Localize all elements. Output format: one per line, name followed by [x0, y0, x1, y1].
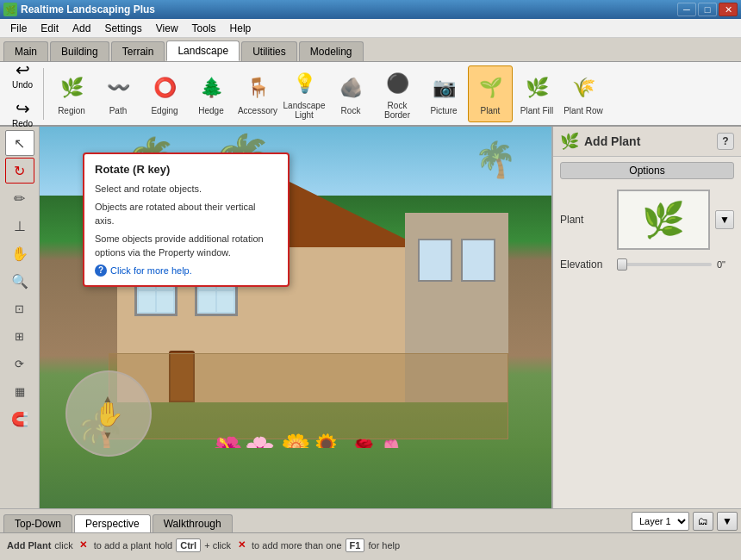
- tool-plant-row[interactable]: 🌾 Plant Row: [561, 65, 606, 122]
- tab-perspective[interactable]: Perspective: [74, 514, 151, 532]
- help-circle-icon: ?: [95, 264, 107, 277]
- status-text3: hold: [154, 540, 172, 551]
- undo-button[interactable]: ↩ Undo: [8, 55, 37, 94]
- menu-settings[interactable]: Settings: [97, 21, 148, 36]
- tooltip-help-link[interactable]: ? Click for more help.: [95, 264, 277, 277]
- undo-label: Undo: [12, 80, 33, 90]
- plant-property-label: Plant: [560, 214, 612, 226]
- plant-preview: 🌿: [617, 190, 710, 250]
- help-button[interactable]: ?: [717, 133, 734, 150]
- titlebar: 🌿 Realtime Landscaping Plus ─ □ ✕: [0, 0, 741, 19]
- toolbar: ↩ Undo ↪ Redo 🌿 Region 〰️ Path ⭕ Edging …: [0, 62, 741, 127]
- layer-dropdown[interactable]: Layer 1 Layer 2 Layer 3: [632, 512, 689, 531]
- tool-picture[interactable]: 📷 Picture: [421, 65, 466, 122]
- layer-select-group: Layer 1 Layer 2 Layer 3 🗂 ▼: [632, 512, 738, 532]
- tab-landscape[interactable]: Landscape: [166, 40, 240, 61]
- ground: [40, 448, 551, 508]
- plant-label: Plant: [481, 106, 501, 115]
- tool-landscape-light[interactable]: 💡 Landscape Light: [282, 65, 327, 122]
- landscape-light-icon: 💡: [288, 68, 321, 99]
- menu-file[interactable]: File: [3, 21, 34, 36]
- rock-border-label: Rock Border: [377, 101, 417, 120]
- add-plant-icon: 🌿: [560, 132, 579, 151]
- canvas-area[interactable]: 🌴 🌴 🌴: [40, 127, 551, 508]
- left-tool-zoom[interactable]: 🔍: [5, 268, 34, 294]
- hedge-icon: 🌲: [195, 72, 227, 104]
- plant-preview-icon: 🌿: [642, 200, 685, 240]
- status-text5: to add more than one: [252, 540, 342, 551]
- tool-accessory[interactable]: 🪑 Accessory: [235, 65, 280, 122]
- tooltip-help-text: Click for more help.: [110, 265, 192, 276]
- rock-icon: 🪨: [334, 72, 367, 104]
- tool-hedge[interactable]: 🌲 Hedge: [189, 65, 234, 122]
- status-text1: click: [54, 540, 72, 551]
- plant-row-icon: 🌾: [567, 72, 600, 104]
- close-button[interactable]: ✕: [719, 3, 738, 16]
- landscape-light-label: Landscape Light: [283, 101, 326, 120]
- right-panel: 🌿 Add Plant ? Options Plant 🌿 ▼ Elevatio…: [551, 127, 741, 508]
- menu-add[interactable]: Add: [65, 21, 97, 36]
- titlebar-left: 🌿 Realtime Landscaping Plus: [3, 3, 155, 16]
- click-icon: ✕: [77, 538, 90, 552]
- layer-icon-btn-1[interactable]: 🗂: [693, 512, 713, 531]
- menu-edit[interactable]: Edit: [34, 21, 65, 36]
- left-tool-magnet[interactable]: 🧲: [5, 406, 34, 432]
- edging-icon: ⭕: [148, 72, 181, 104]
- undo-redo-group: ↩ Undo ↪ Redo: [7, 55, 38, 133]
- tool-edging[interactable]: ⭕ Edging: [142, 65, 187, 122]
- elevation-slider-handle[interactable]: [617, 258, 627, 271]
- left-tool-grid[interactable]: ▦: [5, 378, 34, 404]
- left-tool-draw[interactable]: ✏: [5, 185, 34, 211]
- tab-top-down[interactable]: Top-Down: [3, 514, 72, 532]
- titlebar-controls[interactable]: ─ □ ✕: [677, 3, 738, 16]
- tab-utilities[interactable]: Utilities: [241, 41, 297, 61]
- nav-up-arrow: ▲: [103, 393, 113, 405]
- add-plant-title: 🌿 Add Plant: [560, 132, 640, 151]
- plant-dropdown-button[interactable]: ▼: [715, 210, 734, 229]
- options-tab[interactable]: Options: [560, 162, 734, 179]
- menu-view[interactable]: View: [149, 21, 185, 36]
- menu-tools[interactable]: Tools: [185, 21, 223, 36]
- left-tool-orbit[interactable]: ⟳: [5, 351, 34, 376]
- nav-circle[interactable]: ✋: [65, 370, 152, 457]
- bottom-tabs: Top-Down Perspective Walkthrough Layer 1…: [0, 508, 741, 532]
- tab-walkthrough[interactable]: Walkthrough: [153, 514, 233, 532]
- left-tool-zoom-extents[interactable]: ⊡: [5, 296, 34, 321]
- left-tool-select[interactable]: ↖: [5, 130, 34, 156]
- tab-building[interactable]: Building: [50, 41, 109, 61]
- accessory-icon: 🪑: [241, 72, 274, 104]
- accessory-label: Accessory: [238, 106, 277, 115]
- plant-dropdown-icon: ▼: [719, 214, 730, 226]
- elevation-slider[interactable]: [617, 263, 712, 266]
- path-label: Path: [109, 106, 128, 115]
- tool-plant[interactable]: 🌱 Plant: [468, 65, 513, 122]
- layer-icon-btn-2[interactable]: ▼: [717, 512, 738, 531]
- tooltip-title: Rotate (R key): [95, 163, 277, 176]
- tool-rock-border[interactable]: ⚫ Rock Border: [375, 65, 420, 122]
- house-right-window: [418, 239, 452, 282]
- tab-terrain[interactable]: Terrain: [111, 41, 165, 61]
- elevation-value: 0": [717, 259, 734, 270]
- region-label: Region: [58, 106, 85, 115]
- left-tool-rotate[interactable]: ↻: [5, 158, 34, 184]
- palm-tree-3: 🌴: [474, 140, 517, 180]
- left-tool-measure[interactable]: ⊥: [5, 213, 34, 239]
- left-tool-zoom-window[interactable]: ⊞: [5, 323, 34, 349]
- plant-fill-icon: 🌿: [520, 72, 553, 104]
- maximize-button[interactable]: □: [698, 3, 717, 16]
- main-tabs: Main Building Terrain Landscape Utilitie…: [0, 38, 741, 62]
- tool-rock[interactable]: 🪨 Rock: [328, 65, 373, 122]
- click-icon-2: ✕: [234, 538, 248, 552]
- left-tool-pan[interactable]: ✋: [5, 240, 34, 266]
- menu-help[interactable]: Help: [223, 21, 258, 36]
- f1-key: F1: [346, 538, 365, 552]
- minimize-button[interactable]: ─: [677, 3, 696, 16]
- left-toolbar: ↖ ↻ ✏ ⊥ ✋ 🔍 ⊡ ⊞ ⟳ ▦ 🧲: [0, 127, 40, 508]
- toolbar-separator: [43, 68, 44, 120]
- tab-modeling[interactable]: Modeling: [299, 41, 364, 61]
- tool-plant-fill[interactable]: 🌿 Plant Fill: [514, 65, 559, 122]
- right-panel-header: 🌿 Add Plant ?: [553, 127, 741, 157]
- tool-region[interactable]: 🌿 Region: [49, 65, 94, 122]
- tool-path[interactable]: 〰️ Path: [96, 65, 140, 122]
- hedge-label: Hedge: [198, 106, 223, 115]
